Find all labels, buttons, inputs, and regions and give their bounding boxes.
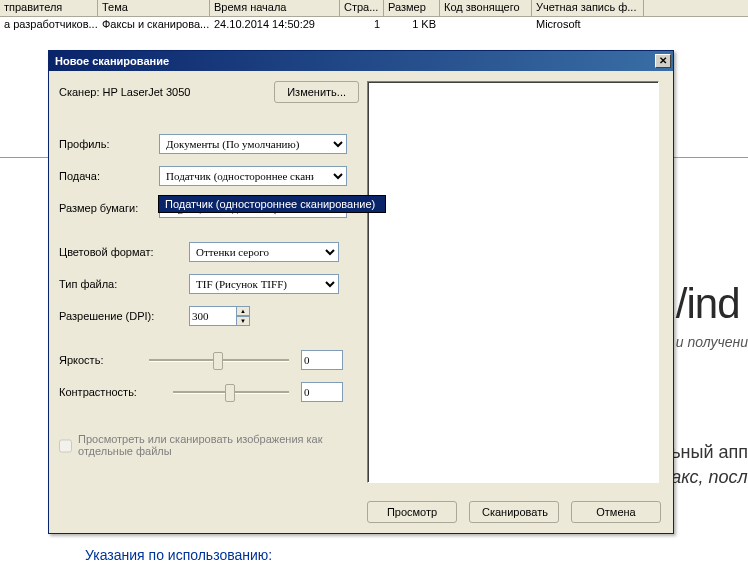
background-table: тправителя Тема Время начала Стра... Раз… [0, 0, 748, 34]
file-type-select[interactable]: TIF (Рисунок TIFF) [189, 274, 339, 294]
titlebar[interactable]: Новое сканирование ✕ [49, 51, 673, 71]
brightness-slider[interactable] [149, 350, 289, 370]
column-header[interactable]: Стра... [340, 0, 384, 16]
feed-select[interactable]: Податчик (одностороннее скани [159, 166, 347, 186]
separate-files-checkbox [59, 435, 72, 457]
dpi-up-button[interactable]: ▲ [236, 306, 250, 316]
new-scan-dialog: Новое сканирование ✕ Сканер: HP LaserJet… [48, 50, 674, 534]
scan-button[interactable]: Сканировать [469, 501, 559, 523]
scanner-value: HP LaserJet 3050 [103, 86, 191, 98]
scanner-label: Сканер: HP LaserJet 3050 [59, 86, 274, 98]
cell: 24.10.2014 14:50:29 [210, 17, 340, 34]
table-row[interactable]: а разработчиков... Факсы и сканирова... … [0, 17, 748, 34]
paper-size-label: Размер бумаги: [59, 202, 159, 214]
color-format-label: Цветовой формат: [59, 246, 189, 258]
close-button[interactable]: ✕ [655, 54, 671, 68]
feed-label: Подача: [59, 170, 159, 182]
dpi-down-button[interactable]: ▼ [236, 316, 250, 326]
profile-select[interactable]: Документы (По умолчанию) [159, 134, 347, 154]
watermark-sub: и получени [676, 334, 748, 350]
profile-label: Профиль: [59, 138, 159, 150]
dpi-label: Разрешение (DPI): [59, 310, 189, 322]
dpi-input[interactable] [189, 306, 237, 326]
column-header[interactable]: Код звонящего [440, 0, 532, 16]
file-type-label: Тип файла: [59, 278, 189, 290]
cancel-button[interactable]: Отмена [571, 501, 661, 523]
cell: 1 KB [384, 17, 440, 34]
contrast-input[interactable] [301, 382, 343, 402]
cell: а разработчиков... [0, 17, 98, 34]
preview-area [367, 81, 659, 483]
contrast-slider[interactable] [173, 382, 289, 402]
preview-button[interactable]: Просмотр [367, 501, 457, 523]
usage-instructions-link[interactable]: Указания по использованию: [85, 547, 272, 563]
contrast-label: Контрастность: [59, 386, 149, 398]
separate-files-label: Просмотреть или сканировать изображения … [78, 433, 349, 457]
background-lower-text: ьный апп акс, посл [671, 440, 748, 490]
column-header[interactable]: Время начала [210, 0, 340, 16]
cell: Microsoft [532, 17, 644, 34]
cell [440, 17, 532, 34]
brightness-input[interactable] [301, 350, 343, 370]
column-header[interactable]: Учетная запись ф... [532, 0, 644, 16]
feed-dropdown-option[interactable]: Податчик (одностороннее сканирование) [158, 195, 386, 213]
brightness-label: Яркость: [59, 354, 149, 366]
column-header[interactable]: Размер [384, 0, 440, 16]
dpi-spinbox[interactable]: ▲ ▼ [189, 306, 250, 326]
column-header[interactable]: Тема [98, 0, 210, 16]
cell: 1 [340, 17, 384, 34]
background-watermark: /ind и получени [676, 280, 748, 350]
watermark-big: /ind [676, 280, 748, 328]
change-scanner-button[interactable]: Изменить... [274, 81, 359, 103]
column-header[interactable]: тправителя [0, 0, 98, 16]
color-format-select[interactable]: Оттенки серого [189, 242, 339, 262]
dialog-title: Новое сканирование [55, 55, 655, 67]
table-header: тправителя Тема Время начала Стра... Раз… [0, 0, 748, 17]
cell: Факсы и сканирова... [98, 17, 210, 34]
